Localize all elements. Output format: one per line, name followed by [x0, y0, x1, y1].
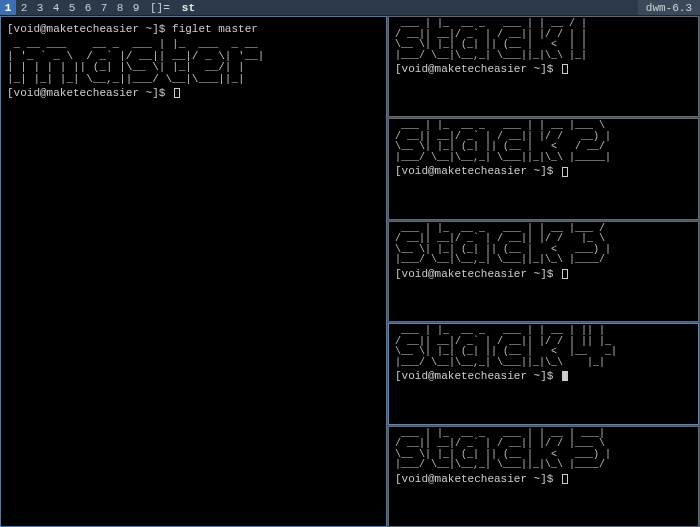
stack-prompt-text: [void@maketecheasier ~]$: [395, 63, 553, 75]
tag-1[interactable]: 1: [0, 0, 16, 15]
stack-prompt: [void@maketecheasier ~]$: [395, 268, 692, 280]
wm-name: dwm-6.3: [638, 0, 700, 15]
tag-4[interactable]: 4: [48, 0, 64, 15]
master-prompt-bottom: [void@maketecheasier ~]$: [7, 87, 380, 99]
stack-ascii: ___ | |_ __ _ ___ | | __ |___ \ / __|| _…: [395, 121, 692, 163]
cursor-icon: [562, 371, 568, 381]
window-title: st: [176, 0, 201, 16]
work-area: [void@maketecheasier ~]$ figlet master _…: [0, 16, 700, 527]
stack-ascii: ___ | |_ __ _ ___ | | __ |___ / / __|| _…: [395, 224, 692, 266]
stack-ascii: ___ | |_ __ _ ___ | | __ | || | / __|| _…: [395, 326, 692, 368]
stack-prompt-text: [void@maketecheasier ~]$: [395, 165, 553, 177]
master-terminal[interactable]: [void@maketecheasier ~]$ figlet master _…: [0, 16, 387, 527]
tag-2[interactable]: 2: [16, 0, 32, 15]
stack-terminal-2[interactable]: ___ | |_ __ _ ___ | | __ |___ \ / __|| _…: [388, 118, 699, 219]
stack-prompt: [void@maketecheasier ~]$: [395, 63, 692, 75]
tag-3[interactable]: 3: [32, 0, 48, 15]
stack-terminal-1[interactable]: ___ | |_ __ _ ___ | | __ / | / __|| __|/…: [388, 16, 699, 117]
master-prompt-top: [void@maketecheasier ~]$ figlet master: [7, 23, 380, 35]
status-bar: 1 2 3 4 5 6 7 8 9 []= st dwm-6.3: [0, 0, 700, 16]
cursor-icon: [174, 88, 180, 98]
cursor-icon: [562, 269, 568, 279]
master-prompt-text: [void@maketecheasier ~]$: [7, 87, 165, 99]
master-ascii: _ __ ___ __ _ ___ | |_ ___ _ __ | '_ ` _…: [7, 39, 380, 85]
stack-terminal-3[interactable]: ___ | |_ __ _ ___ | | __ |___ / / __|| _…: [388, 221, 699, 322]
tag-6[interactable]: 6: [80, 0, 96, 15]
stack-prompt-text: [void@maketecheasier ~]$: [395, 268, 553, 280]
tag-list: 1 2 3 4 5 6 7 8 9: [0, 0, 144, 15]
cursor-icon: [562, 167, 568, 177]
stack-prompt-text: [void@maketecheasier ~]$: [395, 370, 553, 382]
tag-9[interactable]: 9: [128, 0, 144, 15]
stack-prompt: [void@maketecheasier ~]$: [395, 370, 692, 382]
cursor-icon: [562, 64, 568, 74]
stack-prompt: [void@maketecheasier ~]$: [395, 165, 692, 177]
stack-terminal-4[interactable]: ___ | |_ __ _ ___ | | __ | || | / __|| _…: [388, 323, 699, 424]
stack-ascii: ___ | |_ __ _ ___ | | __ / | / __|| __|/…: [395, 19, 692, 61]
layout-symbol[interactable]: []=: [144, 0, 176, 16]
stack-column: ___ | |_ __ _ ___ | | __ / | / __|| __|/…: [388, 16, 699, 527]
stack-prompt-text: [void@maketecheasier ~]$: [395, 473, 553, 485]
stack-ascii: ___ | |_ __ _ ___ | | __ | ___| / __|| _…: [395, 429, 692, 471]
tag-7[interactable]: 7: [96, 0, 112, 15]
cursor-icon: [562, 474, 568, 484]
stack-terminal-5[interactable]: ___ | |_ __ _ ___ | | __ | ___| / __|| _…: [388, 426, 699, 527]
tag-5[interactable]: 5: [64, 0, 80, 15]
stack-prompt: [void@maketecheasier ~]$: [395, 473, 692, 485]
tag-8[interactable]: 8: [112, 0, 128, 15]
